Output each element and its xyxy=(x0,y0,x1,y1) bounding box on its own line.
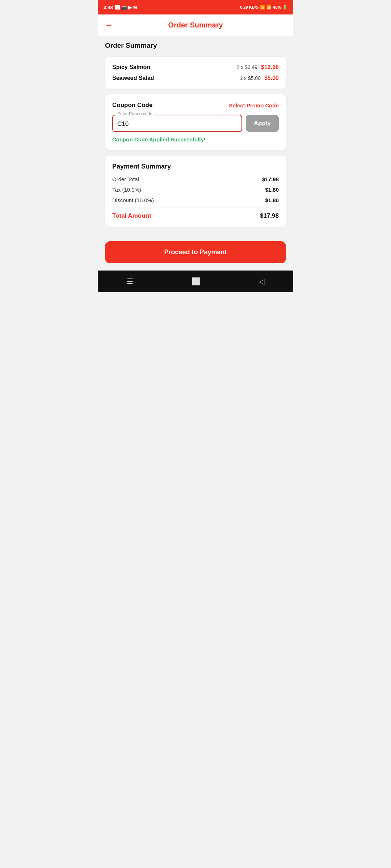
total-label: Total Amount xyxy=(112,212,151,220)
status-speed: 0.29 KB/S xyxy=(240,5,258,9)
tax-value: $1.80 xyxy=(265,187,279,193)
page-title: Order Summary xyxy=(168,21,223,29)
promo-field-wrap: Enter Promo code xyxy=(112,115,242,132)
coupon-card: Coupon Code Select Promo Code Enter Prom… xyxy=(105,94,286,150)
item-total-1: $12.98 xyxy=(261,64,279,71)
discount-value: $1.80 xyxy=(265,197,279,203)
status-right: 0.29 KB/S 📶 📶 45% 🔋 xyxy=(240,5,287,10)
status-left: 3:48 🅱 📷 ▶ M xyxy=(104,5,137,10)
promo-input-wrapper: Enter Promo code Apply xyxy=(112,115,279,132)
promo-input-label: Enter Promo code xyxy=(116,111,154,116)
order-total-label: Order Total xyxy=(112,176,139,182)
coupon-header: Coupon Code Select Promo Code xyxy=(112,102,279,109)
wifi-icon: 📶 xyxy=(260,5,265,10)
item-qty-price-2: 1 x $5.00 xyxy=(240,75,261,81)
coupon-title: Coupon Code xyxy=(112,102,152,109)
home-icon[interactable]: ⬜ xyxy=(192,277,201,286)
status-bar: 3:48 🅱 📷 ▶ M 0.29 KB/S 📶 📶 45% 🔋 xyxy=(98,0,293,14)
payment-row-discount: Discount (10.0%) $1.80 xyxy=(112,197,279,203)
hamburger-icon[interactable]: ☰ xyxy=(127,277,133,286)
back-button[interactable]: ← xyxy=(105,21,113,30)
select-promo-button[interactable]: Select Promo Code xyxy=(229,102,279,109)
order-items-card: Spicy Salmon 2 x $6.49 $12.98 Seaweed Sa… xyxy=(105,57,286,89)
signal-icon: 📶 xyxy=(266,5,272,10)
order-total-value: $17.98 xyxy=(262,176,279,182)
status-time: 3:48 xyxy=(104,5,113,10)
payment-summary-card: Payment Summary Order Total $17.98 Tax (… xyxy=(105,156,286,227)
coupon-success-message: Coupon Code Applied Successfully! xyxy=(112,136,279,142)
order-item-2: Seaweed Salad 1 x $5.00 $5.00 xyxy=(112,75,279,81)
discount-label: Discount (10.0%) xyxy=(112,197,154,203)
item-total-2: $5.00 xyxy=(264,75,279,81)
bottom-nav: ☰ ⬜ ◁ xyxy=(98,271,293,292)
payment-row-order-total: Order Total $17.98 xyxy=(112,176,279,182)
order-item-1: Spicy Salmon 2 x $6.49 $12.98 xyxy=(112,64,279,71)
total-value: $17.98 xyxy=(260,212,279,220)
page-header: ← Order Summary xyxy=(98,14,293,36)
back-nav-icon[interactable]: ◁ xyxy=(259,277,264,286)
proceed-btn-wrap: Proceed to Payment xyxy=(98,241,293,271)
payment-row-tax: Tax (10.0%) $1.80 xyxy=(112,187,279,193)
promo-input[interactable] xyxy=(112,115,242,132)
total-row: Total Amount $17.98 xyxy=(112,212,279,220)
item-qty-price-1: 2 x $6.49 xyxy=(236,64,257,70)
tax-label: Tax (10.0%) xyxy=(112,187,141,193)
item-name-1: Spicy Salmon xyxy=(112,64,150,71)
payment-divider xyxy=(112,208,279,208)
battery-pct: 45% xyxy=(273,5,281,9)
order-summary-title: Order Summary xyxy=(105,42,286,50)
proceed-to-payment-button[interactable]: Proceed to Payment xyxy=(105,241,286,263)
item-name-2: Seaweed Salad xyxy=(112,75,154,81)
status-icons: 🅱 📷 ▶ M xyxy=(115,5,137,10)
apply-button[interactable]: Apply xyxy=(246,115,279,132)
battery-icon: 🔋 xyxy=(282,5,287,10)
payment-title: Payment Summary xyxy=(112,163,279,170)
main-content: Order Summary Spicy Salmon 2 x $6.49 $12… xyxy=(98,36,293,233)
